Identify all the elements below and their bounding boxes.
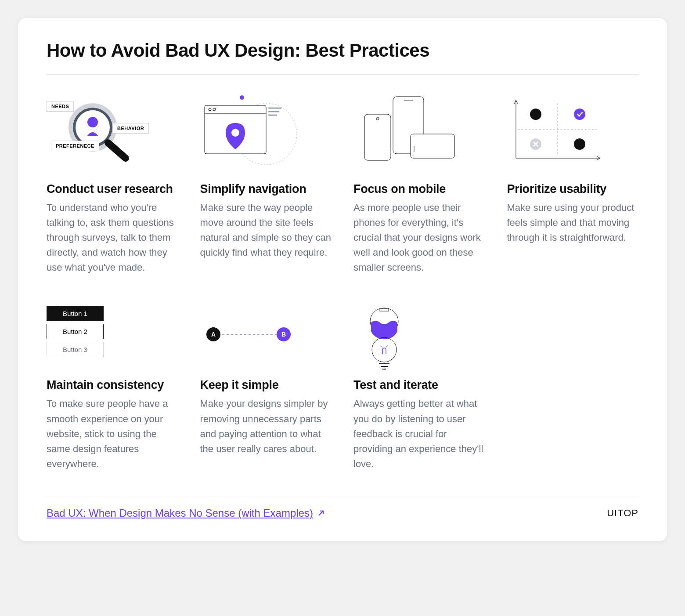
- practice-card-simple: A B Keep it simple Make your designs sim…: [200, 306, 332, 471]
- footer-link-text: Bad UX: When Design Makes No Sense (with…: [47, 507, 313, 519]
- tag-needs: NEEDS: [47, 101, 74, 112]
- external-link-icon: [317, 509, 325, 518]
- svg-point-2: [87, 117, 98, 127]
- usability-illustration: [507, 92, 639, 167]
- card-body: To make sure people have a smooth experi…: [47, 396, 178, 471]
- card-body: Make your designs simpler by removing un…: [200, 396, 332, 456]
- example-button-3: Button 3: [47, 342, 104, 357]
- svg-line-41: [319, 511, 323, 515]
- svg-line-40: [386, 345, 388, 348]
- flask-bulb-icon: [353, 306, 415, 372]
- svg-line-3: [108, 143, 126, 158]
- card-body: Make sure the way people move around the…: [200, 200, 332, 260]
- navigation-illustration: [200, 92, 332, 167]
- node-a: A: [211, 331, 215, 338]
- quadrant-chart-icon: [507, 92, 608, 167]
- svg-point-35: [372, 337, 397, 362]
- practice-grid: NEEDS BEHAVIOR PREFERENECE Conduct user …: [47, 92, 638, 471]
- card-heading: Focus on mobile: [353, 182, 485, 196]
- node-b: B: [281, 331, 285, 338]
- svg-rect-34: [380, 308, 389, 311]
- card-body: As more people use their phones for ever…: [353, 200, 485, 275]
- practice-card-usability: Prioritize usability Make sure using you…: [507, 92, 639, 275]
- divider: [47, 74, 638, 75]
- example-button-1: Button 1: [47, 306, 104, 321]
- a-to-b-icon: A B: [200, 321, 297, 348]
- iterate-illustration: [353, 306, 485, 363]
- practice-card-iterate: Test and iterate Always getting better a…: [353, 306, 485, 471]
- card-heading: Simplify navigation: [200, 182, 332, 196]
- content-card: How to Avoid Bad UX Design: Best Practic…: [18, 18, 667, 542]
- svg-point-29: [574, 138, 585, 150]
- tag-behavior: BEHAVIOR: [112, 123, 149, 134]
- page-title: How to Avoid Bad UX Design: Best Practic…: [47, 40, 638, 61]
- practice-card-navigation: Simplify navigation Make sure the way pe…: [200, 92, 332, 275]
- practice-card-mobile: Focus on mobile As more people use their…: [353, 92, 485, 275]
- svg-line-39: [381, 345, 382, 348]
- svg-point-25: [574, 109, 585, 120]
- card-footer: Bad UX: When Design Makes No Sense (with…: [47, 498, 638, 519]
- card-body: Always getting better at what you do by …: [353, 396, 485, 471]
- svg-point-5: [240, 95, 244, 100]
- svg-rect-18: [411, 134, 454, 158]
- svg-rect-16: [364, 114, 391, 160]
- brand-label: UITOP: [607, 507, 638, 519]
- empty-cell: [507, 306, 639, 471]
- svg-point-13: [231, 129, 239, 137]
- consistency-illustration: Button 1 Button 2 Button 3: [47, 306, 178, 363]
- card-body: Make sure using your product feels simpl…: [507, 200, 639, 245]
- browser-pin-icon: [200, 92, 323, 167]
- card-heading: Conduct user research: [47, 182, 178, 196]
- svg-point-24: [530, 109, 541, 120]
- card-body: To understand who you're talking to, ask…: [47, 200, 178, 275]
- example-button-2: Button 2: [47, 324, 104, 339]
- card-heading: Prioritize usability: [507, 182, 639, 196]
- practice-card-research: NEEDS BEHAVIOR PREFERENECE Conduct user …: [47, 92, 178, 275]
- tag-preference: PREFERENECE: [51, 141, 99, 151]
- devices-icon: [353, 92, 468, 167]
- footer-link[interactable]: Bad UX: When Design Makes No Sense (with…: [47, 507, 325, 519]
- card-heading: Maintain consistency: [47, 378, 178, 392]
- card-heading: Keep it simple: [200, 378, 332, 392]
- research-illustration: NEEDS BEHAVIOR PREFERENECE: [47, 92, 178, 167]
- card-heading: Test and iterate: [353, 378, 485, 392]
- mobile-illustration: [353, 92, 485, 167]
- simple-illustration: A B: [200, 306, 332, 363]
- practice-card-consistency: Button 1 Button 2 Button 3 Maintain cons…: [47, 306, 178, 471]
